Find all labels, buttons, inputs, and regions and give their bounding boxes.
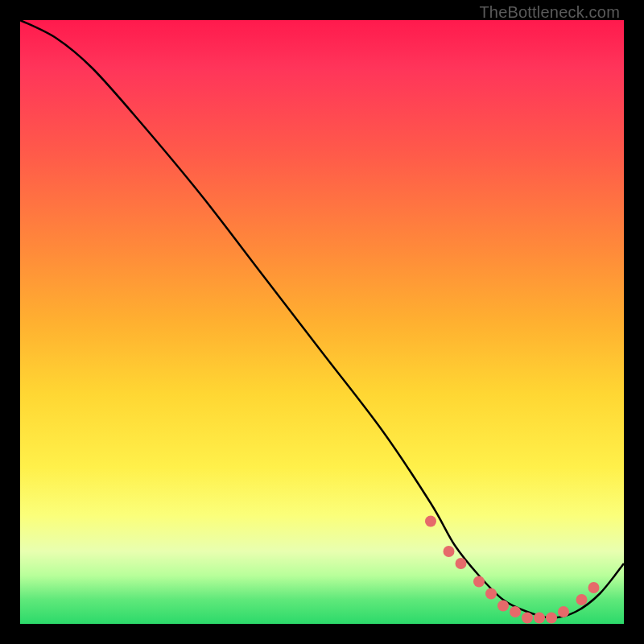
- curve-marker: [473, 576, 485, 588]
- curve-marker: [546, 613, 557, 624]
- curve-marker: [425, 516, 436, 527]
- curve-marker: [444, 546, 455, 557]
- curve-marker: [510, 606, 521, 617]
- curve-markers: [425, 516, 600, 624]
- curve-marker: [534, 613, 545, 624]
- curve-marker: [497, 601, 509, 612]
- curve-marker: [456, 558, 467, 569]
- curve-svg: [20, 20, 624, 624]
- watermark-text: TheBottleneck.com: [479, 3, 620, 22]
- curve-marker: [558, 606, 569, 617]
- curve-marker: [588, 582, 600, 593]
- chart-stage: TheBottleneck.com: [0, 0, 644, 644]
- curve-marker: [576, 594, 588, 605]
- bottleneck-curve: [20, 20, 624, 618]
- curve-marker: [522, 613, 533, 624]
- curve-marker: [485, 588, 497, 600]
- plot-area: [20, 20, 624, 624]
